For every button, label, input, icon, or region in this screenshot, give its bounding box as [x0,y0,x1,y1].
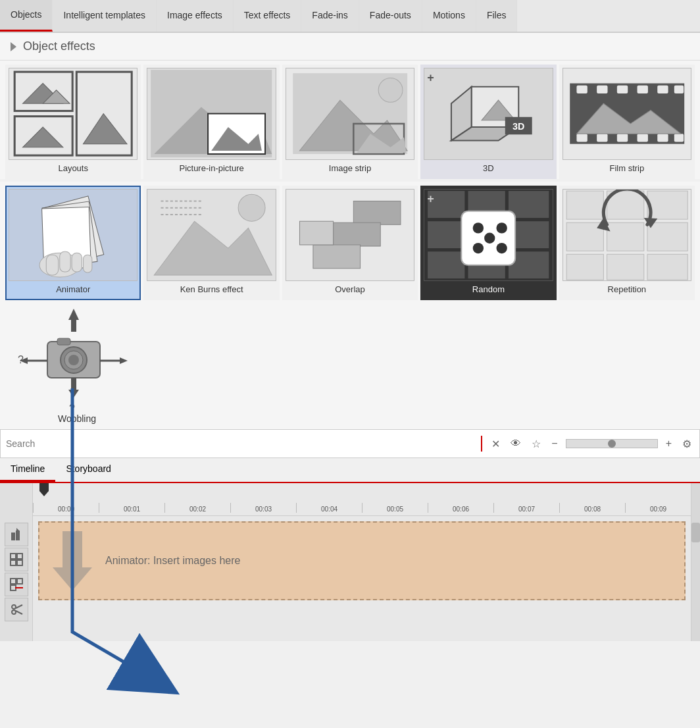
svg-rect-65 [428,222,464,249]
effect-3d[interactable]: + 3D 3D [420,65,556,179]
ruler-marks: 00:00 00:01 00:02 00:03 00:04 00:05 00:0… [33,503,691,513]
ruler-mark-8: 00:08 [559,503,625,513]
svg-text:?: ? [69,403,75,414]
clear-search-button[interactable]: ✕ [489,435,503,453]
wobbling-label: Wobbling [58,413,96,424]
svg-point-72 [473,223,484,234]
ruler-mark-6: 00:06 [428,503,493,513]
playhead[interactable] [39,483,49,515]
svg-rect-92 [57,338,70,345]
svg-point-116 [12,610,16,614]
effect-film-strip[interactable]: Film strip [559,65,695,179]
tab-intelligent-templates[interactable]: Intelligent templates [53,0,157,32]
effect-thumb-animator [9,189,138,281]
ruler-mark-4: 00:04 [296,503,362,513]
svg-point-73 [497,223,507,234]
effect-image-strip[interactable]: Image strip [282,65,418,179]
top-nav: Objects Intelligent templates Image effe… [0,0,700,33]
tab-fade-ins[interactable]: Fade-ins [301,0,359,32]
svg-rect-47 [60,252,70,273]
tab-motions[interactable]: Motions [422,0,476,32]
section-header: Object effects [0,33,700,61]
tab-text-effects[interactable]: Text effects [234,0,302,32]
svg-marker-119 [53,531,92,590]
effect-label-overlap: Overlap [335,284,365,297]
svg-rect-29 [597,86,607,93]
svg-rect-31 [637,86,647,93]
effects-row-1: Layouts Picture-in-picture [0,61,700,179]
svg-rect-48 [72,253,82,273]
svg-text:3D: 3D [512,122,524,132]
zoom-out-button[interactable]: − [549,435,560,452]
svg-rect-78 [566,192,603,220]
scrollbar-thumb[interactable] [691,523,700,542]
ruler: 00:00 00:01 00:02 00:03 00:04 00:05 00:0… [33,496,691,515]
vertical-scrollbar[interactable] [691,483,700,641]
animator-track[interactable]: Animator: Insert images here [38,521,686,600]
effect-repetition[interactable]: Repetition [559,186,695,300]
effect-label-random: Random [472,284,505,297]
svg-marker-102 [68,390,79,398]
svg-rect-85 [607,255,643,280]
svg-rect-38 [657,134,668,142]
insert-arrow-icon [53,531,92,590]
effect-random[interactable]: + [420,186,556,300]
playhead-head [39,483,49,496]
search-bar: ✕ 👁 ☆ − + ⚙ [0,429,700,458]
effect-thumb-repetition [562,189,691,281]
collapse-triangle[interactable] [11,42,16,51]
ruler-mark-7: 00:07 [493,503,559,513]
svg-line-118 [16,611,22,614]
svg-rect-34 [576,134,587,142]
effect-thumb-overlap [286,189,414,281]
effect-thumb-layouts [9,68,138,160]
effect-ken-burns[interactable]: Ken Burns effect [143,186,279,300]
svg-rect-58 [333,223,380,247]
tool-btn-grid[interactable] [5,548,28,571]
timeline-tools [0,483,33,641]
svg-rect-28 [576,86,587,93]
zoom-slider[interactable] [566,439,658,448]
effect-label-film-strip: Film strip [609,163,644,176]
tool-btn-scissors[interactable] [5,598,28,621]
ruler-mark-5: 00:05 [362,503,428,513]
svg-rect-32 [657,86,668,93]
star-icon[interactable]: ☆ [529,435,543,453]
svg-point-115 [12,605,16,609]
tab-objects[interactable]: Objects [0,0,53,32]
tab-storyboard[interactable]: Storyboard [55,458,121,482]
svg-rect-113 [11,585,16,590]
tab-files[interactable]: Files [476,0,518,32]
zoom-in-button[interactable]: + [663,435,674,452]
tab-timeline[interactable]: Timeline [0,458,55,482]
svg-rect-110 [17,560,22,565]
eye-icon[interactable]: 👁 [508,435,524,452]
svg-point-52 [239,195,266,222]
effect-animator[interactable]: Animator [5,186,141,300]
svg-rect-59 [313,245,361,269]
svg-point-75 [473,243,484,253]
animator-track-text: Animator: Insert images here [105,555,240,567]
effect-thumb-random: + [424,189,553,281]
timeline-content: Animator: Insert images here [33,516,691,641]
svg-rect-39 [674,134,683,142]
svg-rect-114 [15,587,23,588]
effect-thumb-film-strip [562,68,691,160]
tool-btn-minus-grid[interactable] [5,573,28,596]
settings-icon[interactable]: ⚙ [680,435,694,453]
effect-layouts[interactable]: Layouts [5,65,141,179]
effect-pip[interactable]: Picture-in-picture [143,65,279,179]
search-input[interactable] [6,438,474,449]
tab-image-effects[interactable]: Image effects [157,0,234,32]
effect-label-animator: Animator [56,284,90,297]
svg-rect-30 [616,86,627,93]
svg-rect-60 [299,222,333,246]
effect-overlap[interactable]: Overlap [282,186,418,300]
svg-rect-108 [17,554,22,559]
wobbling-svg: ? ? [8,305,139,417]
svg-rect-80 [647,192,688,220]
tab-fade-outs[interactable]: Fade-outs [359,0,422,32]
tool-btn-1[interactable] [5,523,28,546]
svg-line-117 [16,605,22,608]
svg-rect-37 [637,134,647,142]
